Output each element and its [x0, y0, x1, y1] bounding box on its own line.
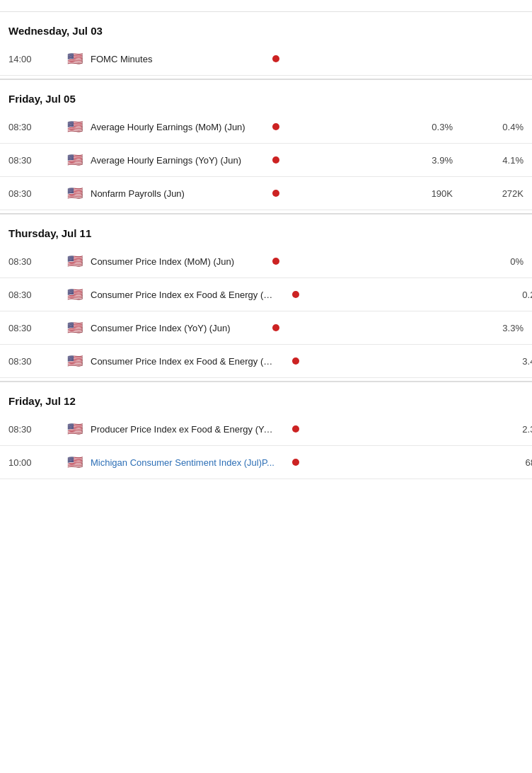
event-row[interactable]: 08:30🇺🇸Consumer Price Index ex Food & En…	[0, 278, 532, 311]
event-time: 08:30	[8, 188, 65, 199]
country-flag: 🇺🇸	[65, 423, 85, 435]
event-time: 08:30	[8, 323, 65, 333]
vol-dot-icon	[292, 425, 299, 433]
event-vol	[274, 357, 317, 365]
date-group: Wednesday, Jul 03	[0, 12, 532, 42]
event-previous: 272K	[453, 188, 524, 199]
event-previous: 0.2%	[473, 290, 532, 300]
event-name: FOMC Minutes	[91, 54, 152, 64]
event-row[interactable]: 08:30🇺🇸Consumer Price Index (YoY) (Jun)3…	[0, 311, 532, 345]
date-group: Thursday, Jul 11	[0, 213, 532, 245]
event-name: Average Hourly Earnings (MoM) (Jun)	[91, 122, 245, 132]
vol-dot-icon	[272, 258, 279, 265]
event-consensus: 190K	[368, 188, 453, 199]
event-time: 14:00	[8, 54, 65, 64]
event-name: Consumer Price Index (MoM) (Jun)	[91, 256, 234, 267]
event-time: 08:30	[8, 256, 65, 267]
vol-dot-icon	[272, 55, 279, 62]
event-consensus: 3.9%	[368, 155, 453, 166]
event-time: 08:30	[8, 122, 65, 132]
event-row[interactable]: 08:30🇺🇸Consumer Price Index ex Food & En…	[0, 345, 532, 378]
header-row	[0, 0, 532, 12]
event-cell: 🇺🇸Average Hourly Earnings (MoM) (Jun)	[65, 120, 255, 133]
event-previous: 68.2	[473, 457, 532, 468]
event-vol	[255, 190, 297, 197]
event-vol	[255, 258, 297, 265]
event-time: 08:30	[8, 155, 65, 166]
country-flag: 🇺🇸	[65, 187, 85, 200]
country-flag: 🇺🇸	[65, 52, 85, 65]
vol-dot-icon	[272, 190, 279, 197]
event-cell: 🇺🇸Producer Price Index ex Food & Energy …	[65, 423, 274, 435]
event-name: Consumer Price Index ex Food & Energy (M…	[91, 290, 274, 300]
event-name: Consumer Price Index ex Food & Energy (Y…	[91, 356, 274, 367]
event-previous: 0%	[453, 256, 524, 267]
event-cell: 🇺🇸Average Hourly Earnings (YoY) (Jun)	[65, 154, 255, 166]
country-flag: 🇺🇸	[65, 456, 85, 469]
event-vol	[274, 291, 317, 298]
event-name[interactable]: Michigan Consumer Sentiment Index (Jul)P…	[91, 457, 274, 468]
event-consensus: 0.3%	[368, 122, 453, 132]
vol-dot-icon	[272, 156, 279, 164]
event-cell: 🇺🇸Consumer Price Index ex Food & Energy …	[65, 288, 274, 301]
event-cell: 🇺🇸Consumer Price Index (MoM) (Jun)	[65, 255, 255, 268]
country-flag: 🇺🇸	[65, 120, 85, 133]
event-time: 10:00	[8, 457, 65, 468]
calendar-body: Wednesday, Jul 0314:00🇺🇸FOMC MinutesFrid…	[0, 12, 532, 479]
event-name: Consumer Price Index (YoY) (Jun)	[91, 323, 231, 333]
event-previous: 0.4%	[453, 122, 524, 132]
country-flag: 🇺🇸	[65, 355, 85, 367]
event-vol	[274, 459, 317, 466]
vol-dot-icon	[292, 291, 299, 298]
country-flag: 🇺🇸	[65, 321, 85, 334]
date-group: Friday, Jul 12	[0, 381, 532, 413]
vol-dot-icon	[292, 357, 299, 365]
event-vol	[255, 55, 297, 62]
vol-dot-icon	[272, 324, 279, 331]
event-previous: 4.1%	[453, 155, 524, 166]
country-flag: 🇺🇸	[65, 255, 85, 268]
event-previous: 3.3%	[453, 323, 524, 333]
country-flag: 🇺🇸	[65, 154, 85, 166]
event-vol	[274, 425, 317, 433]
event-row[interactable]: 08:30🇺🇸Consumer Price Index (MoM) (Jun)0…	[0, 245, 532, 278]
event-cell: 🇺🇸Nonfarm Payrolls (Jun)	[65, 187, 255, 200]
date-group: Friday, Jul 05	[0, 79, 532, 110]
event-vol	[255, 123, 297, 130]
event-previous: 3.4%	[473, 356, 532, 367]
event-row[interactable]: 08:30🇺🇸Producer Price Index ex Food & En…	[0, 413, 532, 446]
event-row[interactable]: 08:30🇺🇸Average Hourly Earnings (YoY) (Ju…	[0, 144, 532, 177]
vol-dot-icon	[292, 459, 299, 466]
event-row[interactable]: 08:30🇺🇸Nonfarm Payrolls (Jun)190K272K	[0, 177, 532, 210]
event-time: 08:30	[8, 424, 65, 435]
event-name: Producer Price Index ex Food & Energy (Y…	[91, 424, 274, 435]
event-cell: 🇺🇸Consumer Price Index (YoY) (Jun)	[65, 321, 255, 334]
event-time: 08:30	[8, 356, 65, 367]
vol-dot-icon	[272, 123, 279, 130]
event-row[interactable]: 10:00🇺🇸Michigan Consumer Sentiment Index…	[0, 446, 532, 479]
event-row[interactable]: 08:30🇺🇸Average Hourly Earnings (MoM) (Ju…	[0, 110, 532, 144]
event-cell: 🇺🇸Consumer Price Index ex Food & Energy …	[65, 355, 274, 367]
event-name: Nonfarm Payrolls (Jun)	[91, 188, 185, 199]
event-cell: 🇺🇸FOMC Minutes	[65, 52, 255, 65]
event-vol	[255, 156, 297, 164]
country-flag: 🇺🇸	[65, 288, 85, 301]
event-row[interactable]: 14:00🇺🇸FOMC Minutes	[0, 42, 532, 76]
event-name: Average Hourly Earnings (YoY) (Jun)	[91, 155, 241, 166]
event-cell: 🇺🇸Michigan Consumer Sentiment Index (Jul…	[65, 456, 274, 469]
event-time: 08:30	[8, 290, 65, 300]
event-previous: 2.3%	[473, 424, 532, 435]
event-vol	[255, 324, 297, 331]
